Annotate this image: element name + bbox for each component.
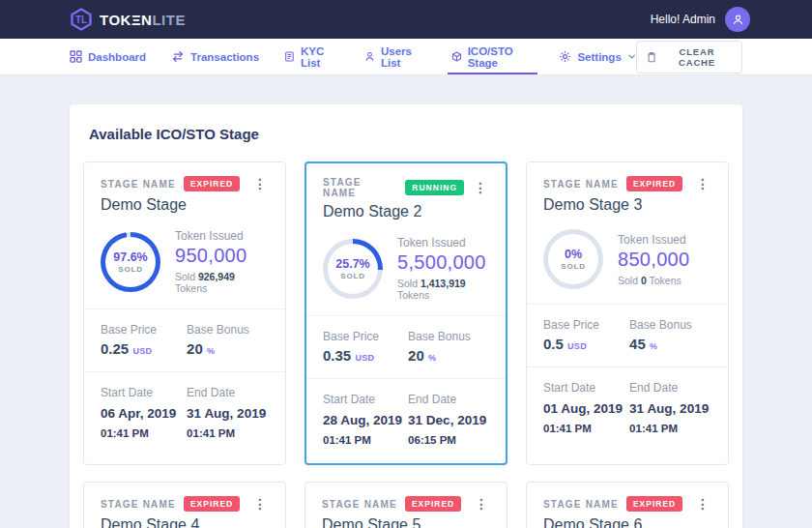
start-time-value: 01:41 PM [543,423,592,434]
gear-icon [559,50,571,63]
sold-caption: SOLD [118,265,142,274]
base-price-label: Base Price [101,323,187,337]
start-date-value: 06 Apr, 2019 [101,406,176,421]
stage-name-label: STAGE NAME [543,499,619,510]
nav-item-transactions[interactable]: Transactions [171,39,259,74]
sold-percent: 0% [565,248,582,261]
end-date-label: End Date [629,381,711,395]
kebab-menu-icon[interactable]: ⋮ [251,177,269,191]
end-date: End Date 31 Aug, 2019 01:41 PM [629,381,711,437]
swap-arrows-icon [171,50,185,63]
sold-caption: SOLD [340,272,364,280]
base-price-unit: USD [132,346,152,356]
base-price-label: Base Price [543,318,629,332]
stage-name: Demo Stage 6 [543,516,711,528]
end-date: End Date 31 Aug, 2019 01:41 PM [187,386,269,442]
base-bonus-label: Base Bonus [187,323,269,337]
start-date-value: 01 Aug, 2019 [543,401,623,416]
kebab-menu-icon[interactable]: ⋮ [694,497,711,511]
start-time-value: 01:41 PM [101,427,149,439]
sold-caption: SOLD [561,262,585,271]
base-price-label: Base Price [323,330,408,343]
brand-name: TOKΞNLITE [100,12,186,28]
status-badge: RUNNING [405,180,464,195]
stage-name: Demo Stage [101,196,269,214]
kebab-menu-icon[interactable]: ⋮ [251,497,269,511]
stage-name: Demo Stage 3 [543,196,711,214]
content-panel: Available ICO/STO Stage STAGE NAME EXPIR… [70,104,742,528]
kebab-menu-icon[interactable]: ⋮ [473,497,490,511]
chevron-down-icon [627,52,636,61]
sold-progress-ring: 0% SOLD [543,229,603,289]
start-date-label: Start Date [101,386,187,399]
cube-icon [451,50,462,63]
nav-item-kyc-list[interactable]: KYC List [284,39,339,74]
status-badge: EXPIRED [405,496,461,512]
tokenlite-logo-icon: TL [70,8,93,31]
stage-card: STAGE NAME EXPIRED ⋮ Demo Stage 3 0% SOL… [526,161,729,465]
stage-card: STAGE NAME EXPIRED ⋮ Demo Stage 6 0% SOL… [526,482,729,528]
token-issued-value: 850,000 [618,249,689,271]
nav-item-dashboard[interactable]: Dashboard [70,39,146,74]
start-date: Start Date 28 Aug, 2019 01:41 PM [323,393,408,449]
end-time-value: 01:41 PM [629,423,678,434]
main-nav: Dashboard Transactions KYC List Users Li… [0,39,812,75]
page-title: Available ICO/STO Stage [83,118,729,142]
end-time-value: 01:41 PM [187,427,235,439]
clear-cache-label: CLEAR CACHE [662,46,732,68]
status-badge: EXPIRED [626,176,682,191]
nav-label: Users List [381,45,426,69]
base-bonus-unit: % [207,346,215,356]
base-bonus-unit: % [650,341,657,351]
token-issued-label: Token Issued [397,236,489,249]
user-avatar[interactable] [725,7,750,32]
token-issued-value: 5,500,000 [397,251,489,274]
nav-item-settings[interactable]: Settings [559,39,635,74]
nav-label: Settings [577,51,621,63]
sold-tokens-line: Sold 926,949 Tokens [175,271,269,294]
nav-label: ICO/STO Stage [468,45,535,69]
top-header: TL TOKΞNLITE Hello! Admin [0,0,812,39]
stage-name: Demo Stage 5 [322,516,490,528]
token-issued-label: Token Issued [618,233,689,247]
brand[interactable]: TL TOKΞNLITE [70,8,186,31]
stage-card: STAGE NAME RUNNING ⋮ Demo Stage 2 25.7% … [304,161,508,465]
start-date-label: Start Date [323,393,408,406]
nav-item-users-list[interactable]: Users List [364,39,426,74]
grid-icon [70,50,82,63]
greeting-text: Hello! Admin [651,13,715,26]
nav-label: KYC List [301,45,339,69]
nav-label: Dashboard [88,51,146,63]
end-date-value: 31 Aug, 2019 [187,406,266,421]
sold-tokens-line: Sold 1,413,919 Tokens [397,278,489,301]
start-date-label: Start Date [543,381,629,395]
sold-tokens-line: Sold 0 Tokens [618,275,689,286]
stage-name: Demo Stage 4 [101,516,269,528]
start-date: Start Date 06 Apr, 2019 01:41 PM [101,386,187,442]
base-price-unit: USD [567,341,587,351]
status-badge: EXPIRED [626,496,682,512]
nav-item-ico-sto-stage[interactable]: ICO/STO Stage [451,39,535,74]
sold-progress-ring: 97.6% SOLD [101,232,160,292]
stage-name-label: STAGE NAME [323,177,397,198]
start-date-value: 28 Aug, 2019 [323,413,402,427]
token-issued-label: Token Issued [175,229,269,243]
stage-name: Demo Stage 2 [323,203,489,220]
base-price-unit: USD [355,353,374,363]
base-bonus-value: 20 [187,340,203,357]
user-icon [364,50,375,63]
base-price-value: 0.25 [101,340,129,357]
clear-cache-button[interactable]: CLEAR CACHE [636,41,742,73]
kebab-menu-icon[interactable]: ⋮ [472,181,489,194]
start-time-value: 01:41 PM [323,434,371,446]
base-bonus-label: Base Bonus [408,330,489,343]
base-price: Base Price 0.25 USD [101,323,187,357]
stage-name-label: STAGE NAME [543,179,619,190]
list-doc-icon [284,50,295,63]
base-price: Base Price 0.5 USD [543,318,629,352]
svg-text:TL: TL [75,15,87,25]
stage-card: STAGE NAME EXPIRED ⋮ Demo Stage 5 0% SOL… [304,482,508,528]
trash-icon [647,51,656,63]
end-date-label: End Date [187,386,269,399]
kebab-menu-icon[interactable]: ⋮ [694,177,711,191]
